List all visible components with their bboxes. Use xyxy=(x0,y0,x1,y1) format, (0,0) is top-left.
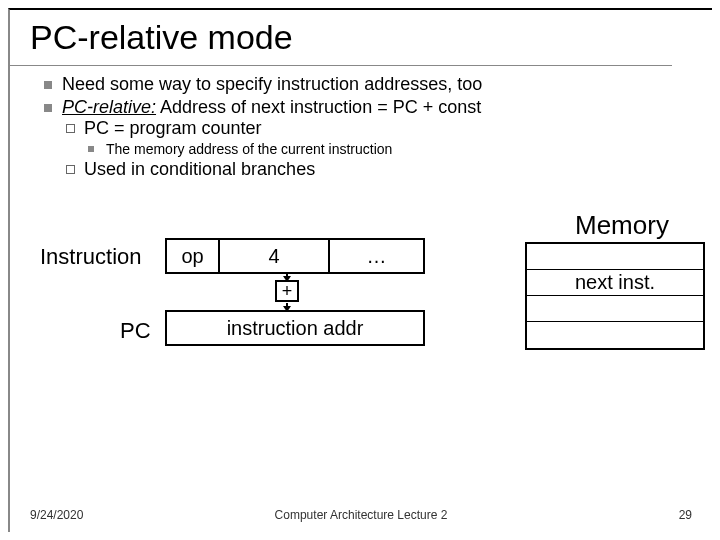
memory-label: Memory xyxy=(575,210,669,241)
bullet-1-text: Need some way to specify instruction add… xyxy=(62,74,482,94)
bullet-2b: Used in conditional branches xyxy=(62,159,692,180)
bullet-2a1: The memory address of the current instru… xyxy=(84,141,692,157)
footer-page: 29 xyxy=(679,508,692,522)
bullet-2b-text: Used in conditional branches xyxy=(84,159,315,179)
instruction-label: Instruction xyxy=(40,244,142,270)
bullet-2-term: PC-relative: xyxy=(62,97,156,117)
bullet-1: Need some way to specify instruction add… xyxy=(40,74,692,95)
memory-row xyxy=(527,244,703,270)
pc-row: instruction addr xyxy=(165,310,425,346)
memory-row: next inst. xyxy=(527,270,703,296)
slide-title: PC-relative mode xyxy=(10,10,672,66)
slide-content: Need some way to specify instruction add… xyxy=(10,66,712,180)
footer-date: 9/24/2020 xyxy=(30,508,83,522)
pc-label: PC xyxy=(120,318,151,344)
bullet-2: PC-relative: Address of next instruction… xyxy=(40,97,692,180)
plus-box: + xyxy=(275,280,299,302)
bullet-2a: PC = program counter The memory address … xyxy=(62,118,692,157)
box-dots: … xyxy=(330,238,425,274)
box-const: 4 xyxy=(220,238,330,274)
diagram: Instruction op 4 … + PC instruction addr… xyxy=(40,220,692,400)
memory-row xyxy=(527,322,703,348)
box-op: op xyxy=(165,238,220,274)
instruction-row: op 4 … xyxy=(165,238,425,274)
memory-table: next inst. xyxy=(525,242,705,350)
bullet-2a-text: PC = program counter xyxy=(84,118,262,138)
bullet-2-rest: Address of next instruction = PC + const xyxy=(156,97,481,117)
footer: 9/24/2020 Computer Architecture Lecture … xyxy=(10,508,712,522)
memory-row xyxy=(527,296,703,322)
box-instruction-addr: instruction addr xyxy=(165,310,425,346)
footer-lecture: Computer Architecture Lecture 2 xyxy=(10,508,712,522)
slide-frame: PC-relative mode Need some way to specif… xyxy=(8,8,712,532)
bullet-2a1-text: The memory address of the current instru… xyxy=(106,141,392,157)
